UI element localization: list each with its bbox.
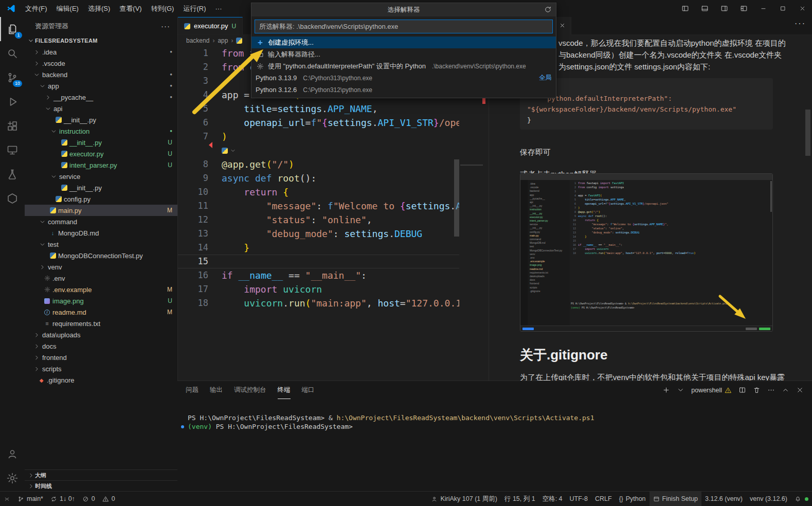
panel-tab-问题[interactable]: 问题 <box>186 381 199 399</box>
tree-item-intent-parser.py[interactable]: intent_parser.pyU <box>25 159 177 171</box>
quickpick-item-python-3-13-9[interactable]: Python 3.13.9C:\Python313\python.exe全局 <box>251 72 556 84</box>
layout-customize-button[interactable] <box>734 0 753 17</box>
code-line-7[interactable]: 7) <box>178 130 459 143</box>
chevron-down-icon[interactable] <box>677 386 684 394</box>
panel-tab-调试控制台[interactable]: 调试控制台 <box>234 381 266 399</box>
tree-item-instruction[interactable]: instruction● <box>25 125 177 137</box>
activity-python-env[interactable] <box>0 186 25 210</box>
activity-extensions[interactable] <box>0 114 25 138</box>
tree-item-backend[interactable]: backend● <box>25 69 177 80</box>
activity-settings-gear[interactable] <box>0 466 25 490</box>
activity-source-control[interactable]: 10 <box>0 65 25 89</box>
code-line-8[interactable]: 8@app.get("/") <box>178 157 459 171</box>
tree-item-config.py[interactable]: config.py <box>25 193 177 205</box>
eol[interactable]: CRLF <box>591 492 616 506</box>
close-button[interactable] <box>792 0 812 17</box>
menu-转到[interactable]: 转到(G) <box>147 0 179 17</box>
split-icon[interactable] <box>738 386 746 394</box>
encoding[interactable]: UTF-8 <box>566 492 591 506</box>
tree-item-scripts[interactable]: scripts <box>25 363 177 374</box>
code-line-17[interactable]: 17 import uvicorn <box>178 282 459 296</box>
quickpick-item-enter-interpreter-path[interactable]: 输入解释器路径... <box>251 48 556 60</box>
code-line-14[interactable]: 14 } <box>178 241 459 255</box>
branch-status[interactable]: main* <box>14 492 47 506</box>
code-line-9[interactable]: 9async def root(): <box>178 171 459 185</box>
tree-item-service[interactable]: service <box>25 171 177 182</box>
tree-item-venv[interactable]: venv <box>25 261 177 273</box>
activity-run-debug[interactable] <box>0 89 25 114</box>
activity-explorer[interactable]: 1 <box>0 17 25 41</box>
more-actions-icon[interactable]: ··· <box>795 19 806 28</box>
command-decoration[interactable] <box>181 425 184 428</box>
finish-setup[interactable]: Finish Setup <box>649 492 701 506</box>
quickpick-item-python-3-12-6[interactable]: Python 3.12.6C:\Python312\python.exe <box>251 84 556 96</box>
language-mode[interactable]: {}Python <box>616 492 649 506</box>
warnings[interactable]: 0 <box>99 492 119 506</box>
section-大纲[interactable]: 大纲 <box>25 469 177 480</box>
code-line-13[interactable]: 13 "debug_mode": settings.DEBUG <box>178 227 459 241</box>
tree-item--init-.py[interactable]: __init__.py <box>25 182 177 193</box>
activity-account[interactable] <box>0 442 25 466</box>
code-line-16[interactable]: 16if __name__ == "__main__": <box>178 268 459 282</box>
section-时间线[interactable]: 时间线 <box>25 480 177 491</box>
tree-item-image.png[interactable]: image.pngU <box>25 295 177 306</box>
workspace-root-row[interactable]: FILESREADSYSTEAM <box>25 35 177 46</box>
minimize-button[interactable] <box>753 0 773 17</box>
quickpick-item-create-venv[interactable]: +创建虚拟环境... <box>251 37 556 48</box>
tree-item--init-.py[interactable]: __init__.pyU <box>25 137 177 148</box>
breadcrumb-app[interactable]: app <box>218 37 228 44</box>
tree-item-mongodbconnectiontest.py[interactable]: MongoDBConnectionTest.py <box>25 250 177 261</box>
blame-info[interactable]: KiriAky 107 (1 周前) <box>427 492 500 506</box>
trash-icon[interactable] <box>753 386 761 394</box>
panel-tab-终端[interactable]: 终端 <box>278 381 291 399</box>
layout-panel-button[interactable] <box>695 0 714 17</box>
close-icon[interactable] <box>559 22 566 29</box>
activity-search[interactable] <box>0 41 25 65</box>
remote-indicator[interactable] <box>0 492 14 506</box>
tree-item-main.py[interactable]: main.pyM <box>25 205 177 216</box>
activity-test[interactable] <box>0 162 25 186</box>
quickpick-item-use-default-interpreter[interactable]: 使用 "python.defaultInterpreterPath" 设置中的 … <box>251 60 556 72</box>
sync-status[interactable]: 1↓ 0↑ <box>47 492 79 506</box>
tree-item-test[interactable]: test <box>25 239 177 250</box>
quickpick-item-action[interactable]: 全局 <box>539 74 552 82</box>
shell-label[interactable]: powershell <box>691 387 732 394</box>
errors[interactable]: 0 <box>79 492 99 506</box>
maximize-button[interactable] <box>773 0 792 17</box>
code-line-15[interactable]: 15 <box>178 255 459 268</box>
close-icon[interactable] <box>796 386 804 394</box>
tree-item--pycache-[interactable]: __pycache__● <box>25 92 177 103</box>
code-line-10[interactable]: 10 return { <box>178 185 459 199</box>
cursor-position[interactable]: 行 15, 列 1 <box>501 492 539 506</box>
menu-文件[interactable]: 文件(F) <box>21 0 52 17</box>
refresh-icon[interactable] <box>544 6 552 13</box>
code-line-11[interactable]: 11 "message": f"Welcome to {settings.APP… <box>178 199 459 213</box>
breadcrumb-backend[interactable]: backend <box>186 37 209 44</box>
menu-选择[interactable]: 选择(S) <box>83 0 115 17</box>
tree-item-api[interactable]: api <box>25 103 177 114</box>
tree-item-mongodb.md[interactable]: ↓MongoDB.md <box>25 227 177 239</box>
code-line-5[interactable]: 5 title=settings.APP_NAME, <box>178 102 459 116</box>
indentation[interactable]: 空格: 4 <box>539 492 566 506</box>
interpreter-inlay[interactable] <box>178 143 459 157</box>
panel-tab-端口[interactable]: 端口 <box>302 381 315 399</box>
menu-编辑[interactable]: 编辑(E) <box>52 0 83 17</box>
code-line-12[interactable]: 12 "status": "online", <box>178 213 459 227</box>
terminal[interactable]: PS H:\OwnProject\FilesReadSysteam> & h:\… <box>177 399 812 491</box>
tree-item-.vscode[interactable]: .vscode <box>25 58 177 69</box>
tab-executor-py[interactable]: executor.py U <box>178 17 243 34</box>
tree-item-requirements.txt[interactable]: ≡requirements.txt <box>25 318 177 329</box>
preview-scrollbar[interactable] <box>805 110 810 156</box>
layout-secondary-button[interactable] <box>714 0 734 17</box>
menu-运行[interactable]: 运行(R) <box>178 0 210 17</box>
tree-item-command[interactable]: command <box>25 216 177 227</box>
tree-item-frontend[interactable]: frontend <box>25 352 177 363</box>
layout-toggle-button[interactable] <box>675 0 695 17</box>
tree-item-.env.example[interactable]: .env.exampleM <box>25 284 177 295</box>
tree-item--init-.py[interactable]: __init__.py <box>25 114 177 125</box>
tree-item-.idea[interactable]: .idea● <box>25 46 177 58</box>
python-interpreter[interactable]: 3.12.6 (venv) <box>701 492 746 506</box>
interpreter-input[interactable] <box>259 23 548 30</box>
tree-item-docs[interactable]: docs <box>25 340 177 352</box>
code-line-18[interactable]: 18 uvicorn.run("main:app", host="127.0.0… <box>178 296 459 310</box>
